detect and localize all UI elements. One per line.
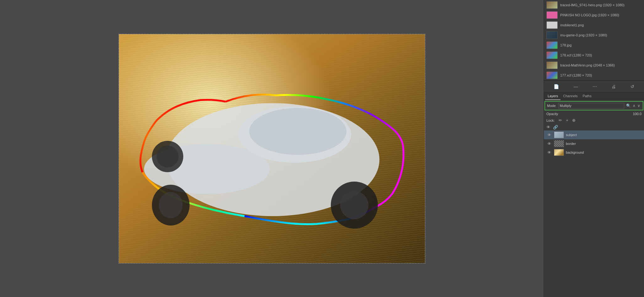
- file-name: mobilenet1.png: [560, 23, 584, 27]
- mode-down-button[interactable]: ∨: [637, 103, 641, 109]
- layer-visibility-button[interactable]: 👁: [546, 141, 552, 146]
- layer-thumbnail: [554, 131, 564, 138]
- chain-button[interactable]: 🔗: [553, 125, 558, 130]
- layer-visibility-button[interactable]: 👁: [546, 150, 552, 155]
- layer-visibility-button[interactable]: 👁: [546, 133, 552, 137]
- file-item[interactable]: traced-IMG_9741-hero.png (1920 × 1080): [544, 0, 644, 10]
- layer-tabs: Layers Channels Paths: [544, 93, 644, 100]
- layer-thumbnail: [554, 140, 564, 147]
- layer-name: background: [566, 151, 584, 154]
- refresh-button[interactable]: ↺: [629, 83, 636, 90]
- layer-item[interactable]: 👁 border: [544, 139, 644, 148]
- tab-channels[interactable]: Channels: [561, 93, 580, 100]
- mode-up-button[interactable]: ∧: [632, 103, 636, 109]
- mode-select[interactable]: NormalDissolveMultiplyScreenOverlayDarke…: [558, 103, 624, 109]
- svg-point-4: [157, 146, 179, 167]
- file-thumbnail: [546, 21, 558, 29]
- layer-name: border: [566, 142, 576, 146]
- file-item[interactable]: traced-MattVenn.png (2048 × 1366): [544, 60, 644, 70]
- file-thumbnail: [546, 11, 558, 19]
- mode-search-button[interactable]: 🔍: [625, 103, 631, 109]
- lock-move-button[interactable]: +: [565, 118, 569, 123]
- layer-name: subject: [566, 133, 577, 137]
- svg-point-9: [249, 108, 346, 155]
- minus-button[interactable]: —: [572, 83, 580, 90]
- lock-label: Lock:: [546, 119, 555, 122]
- file-thumbnail: [546, 51, 558, 59]
- file-thumbnail: [546, 41, 558, 49]
- tab-layers[interactable]: Layers: [545, 93, 561, 100]
- file-name: 177.xcf (1280 × 720): [560, 73, 592, 77]
- file-thumbnail: [546, 31, 558, 39]
- file-item[interactable]: mobilenet1.png: [544, 20, 644, 30]
- file-name: mu-game-0.png (1920 × 1080): [560, 33, 607, 37]
- canvas-area: [0, 0, 544, 297]
- file-item[interactable]: mu-game-0.png (1920 × 1080): [544, 30, 644, 40]
- print-button[interactable]: 🖨: [609, 83, 618, 90]
- layer-item[interactable]: 👁 background: [544, 148, 644, 157]
- tab-paths[interactable]: Paths: [580, 93, 594, 100]
- bottom-toolbar: 📄 — ⋯ 🖨 ↺: [544, 81, 644, 93]
- layer-thumbnail: [554, 149, 564, 156]
- layers-section: 👁 subject 👁 border 👁 background: [544, 130, 644, 297]
- lock-paint-button[interactable]: ✏: [558, 118, 563, 123]
- file-name: PINKISH NO LOGO.jpg (1920 × 1080): [560, 13, 619, 17]
- mode-icons: 🔍 ∧ ∨: [625, 103, 641, 109]
- lock-alpha-button[interactable]: ⊕: [571, 118, 577, 123]
- svg-point-6: [340, 191, 368, 219]
- file-item[interactable]: 177.xcf (1280 × 720): [544, 70, 644, 80]
- file-name: traced-IMG_9741-hero.png (1920 × 1080): [560, 3, 625, 7]
- canvas-wrapper: [119, 34, 425, 263]
- layer-item[interactable]: 👁 subject: [544, 130, 644, 139]
- file-item[interactable]: 178.xcf (1280 × 720): [544, 50, 644, 60]
- lock-row: Lock: ✏ + ⊕: [544, 117, 644, 124]
- eye-button[interactable]: 👁: [546, 125, 550, 130]
- opacity-label: Opacity: [546, 112, 631, 116]
- file-list[interactable]: traced-IMG_9741-hero.png (1920 × 1080) P…: [544, 0, 644, 81]
- file-thumbnail: [546, 1, 558, 9]
- file-item[interactable]: 178.jpg: [544, 40, 644, 50]
- opacity-row: Opacity 100.0: [544, 111, 644, 117]
- opacity-value: 100.0: [633, 112, 641, 116]
- canvas-image: [119, 34, 425, 263]
- mode-label: Mode: [547, 104, 556, 108]
- file-name: 178.xcf (1280 × 720): [560, 53, 592, 57]
- svg-point-8: [159, 192, 183, 218]
- file-name: 178.jpg: [560, 43, 572, 47]
- file-name: traced-MattVenn.png (2048 × 1366): [560, 63, 615, 67]
- more-button[interactable]: ⋯: [591, 83, 599, 90]
- mode-row: Mode NormalDissolveMultiplyScreenOverlay…: [545, 101, 643, 110]
- right-panel: traced-IMG_9741-hero.png (1920 × 1080) P…: [544, 0, 644, 297]
- eye-chain-row: 👁 🔗: [544, 124, 644, 130]
- rainbow-car-svg: [119, 34, 425, 263]
- new-file-button[interactable]: 📄: [552, 83, 561, 90]
- file-item[interactable]: PINKISH NO LOGO.jpg (1920 × 1080): [544, 10, 644, 20]
- file-thumbnail: [546, 61, 558, 69]
- file-thumbnail: [546, 72, 558, 79]
